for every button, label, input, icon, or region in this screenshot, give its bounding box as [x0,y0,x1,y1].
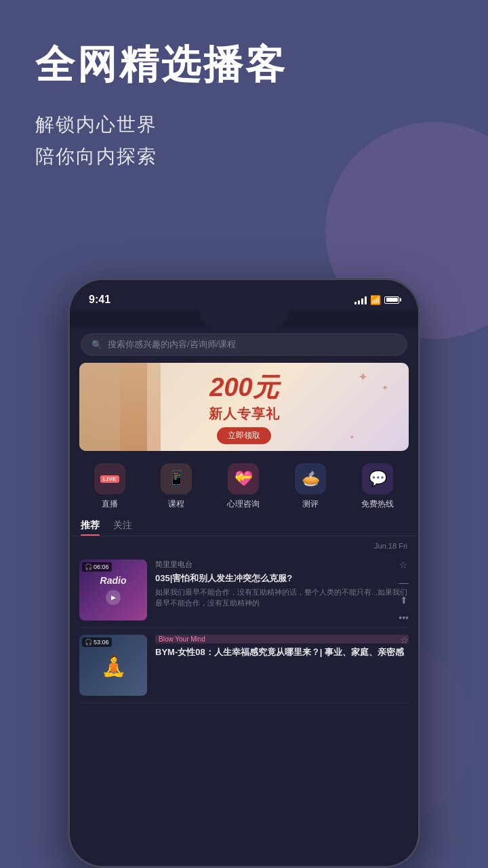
banner-content: 200元 新人专享礼 立即领取 [209,370,280,444]
live-label: 直播 [102,498,118,510]
card-1-actions: ☆ — ⬆ ••• [399,559,409,623]
deco-star-3: ✦ [349,433,354,441]
wifi-icon: 📶 [370,295,381,305]
card-2-duration: 🎧 53:06 [82,637,112,647]
category-hotline[interactable]: 💬 免费热线 [361,463,394,510]
category-consult[interactable]: 💝 心理咨询 [227,463,260,510]
categories-row: LIVE 直播 📱 课程 💝 心理咨询 [70,459,418,519]
test-label: 测评 [302,498,319,510]
consult-icon-wrap: 💝 [228,463,259,494]
more-icon-1[interactable]: ••• [399,612,409,623]
battery-icon [384,296,399,304]
category-course[interactable]: 📱 课程 [161,463,192,510]
star-icon-1[interactable]: ☆ [399,559,408,570]
search-icon: 🔍 [92,340,102,350]
tab-follow[interactable]: 关注 [113,519,132,536]
card-1-body: 简里里电台 035|害怕和别人发生冲突怎么克服? 如果我们最早不能合作，没有互助… [155,559,409,620]
hotline-icon-wrap: 💬 [362,463,393,494]
consult-label: 心理咨询 [227,498,260,510]
course-icon-wrap: 📱 [161,463,192,494]
card-1-tag: 简里里电台 [155,559,409,570]
content-card-2: 🧘 🎧 53:06 Blow Your Mind BYM-女性08：人生幸福感究… [79,628,409,703]
banner-amount: 200元 [209,370,280,405]
status-icons: 📶 [354,295,399,305]
phone-content: 🔍 搜索你感兴趣的内容/咨询师/课程 200元 新人专享礼 立即领取 ✦ ✦ ✦ [70,326,418,866]
card-1-duration: 🎧 06:06 [82,562,112,572]
test-icon: 🥧 [302,470,320,488]
tab-recommend[interactable]: 推荐 [81,519,100,536]
header-subtitle: 解锁内心世界 陪你向内探索 [35,108,453,173]
phone-mockup: 9:41 📶 🔍 搜索你感兴趣的内容/咨询师/课程 [68,278,420,868]
course-label: 课程 [168,498,184,510]
category-test[interactable]: 🥧 测评 [295,463,326,510]
search-bar[interactable]: 🔍 搜索你感兴趣的内容/咨询师/课程 [81,333,407,356]
play-button-1[interactable]: ▶ [106,590,121,605]
content-tabs: 推荐 关注 [70,519,418,536]
test-icon-wrap: 🥧 [295,463,326,494]
card-2-thumbnail: 🧘 🎧 53:06 [79,635,147,696]
content-card-1: Radio ▶ 🎧 06:06 简里里电台 035|害怕和别人发生冲突怎么克服?… [79,553,409,628]
phone-status-bar: 9:41 📶 [70,280,418,310]
headphone-icon-2: 🎧 [85,639,92,646]
deco-star-1: ✦ [358,370,368,384]
share-icon-1[interactable]: ⬆ [400,595,408,606]
subtitle-line1: 解锁内心世界 [35,108,453,141]
live-icon: LIVE [100,475,119,483]
promo-banner[interactable]: 200元 新人专享礼 立即领取 ✦ ✦ ✦ [79,363,409,451]
main-title: 全网精选播客 [35,41,453,88]
consult-icon: 💝 [235,470,253,488]
headphone-icon: 🎧 [85,564,92,570]
signal-icon [354,295,367,304]
hotline-label: 免费热线 [361,498,394,510]
category-live[interactable]: LIVE 直播 [94,463,125,510]
subtitle-line2: 陪你向内探索 [35,140,453,173]
content-list: Radio ▶ 🎧 06:06 简里里电台 035|害怕和别人发生冲突怎么克服?… [70,553,418,703]
phone-time: 9:41 [89,294,110,306]
banner-claim-button[interactable]: 立即领取 [217,427,271,444]
phone-notch [200,310,288,326]
banner-subtitle: 新人专享礼 [209,405,280,423]
search-placeholder-text: 搜索你感兴趣的内容/咨询师/课程 [108,338,236,351]
date-label: Jun.18 Fri [70,539,418,553]
star-icon-2[interactable]: ☆ [400,635,409,646]
card-1-thumbnail: Radio ▶ 🎧 06:06 [79,559,147,620]
card-2-title[interactable]: BYM-女性08：人生幸福感究竟从哪里来？| 事业、家庭、亲密感 [155,646,409,658]
hotline-icon: 💬 [369,470,387,488]
course-icon: 📱 [167,470,186,488]
card-2-actions: ☆ [400,635,409,646]
live-icon-wrap: LIVE [94,463,125,494]
deco-star-2: ✦ [382,383,388,393]
menu-icon-1[interactable]: — [399,577,409,588]
card-2-tag: Blow Your Mind [155,635,409,644]
card-1-desc: 如果我们最早不能合作，没有互助精神的话，整个人类的不能只有...如果我们最早不能… [155,587,409,608]
card-2-body: Blow Your Mind BYM-女性08：人生幸福感究竟从哪里来？| 事业… [155,635,409,696]
header-section: 全网精选播客 解锁内心世界 陪你向内探索 [0,0,488,193]
radio-thumb-text: Radio [100,575,127,586]
card-1-title[interactable]: 035|害怕和别人发生冲突怎么克服? [155,572,409,585]
